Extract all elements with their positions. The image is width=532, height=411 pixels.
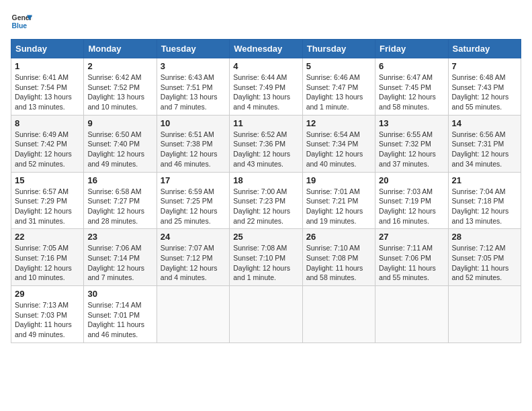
calendar-cell: 8Sunrise: 6:49 AMSunset: 7:42 PMDaylight… xyxy=(11,115,84,172)
svg-text:Blue: Blue xyxy=(12,22,28,30)
day-number: 9 xyxy=(87,118,152,128)
day-number: 13 xyxy=(379,118,444,128)
cell-details: Sunrise: 6:41 AMSunset: 7:54 PMDaylight:… xyxy=(15,73,80,112)
calendar-cell: 29Sunrise: 7:13 AMSunset: 7:03 PMDayligh… xyxy=(11,286,84,343)
cell-details: Sunrise: 7:01 AMSunset: 7:21 PMDaylight:… xyxy=(306,187,371,226)
day-number: 5 xyxy=(306,61,371,71)
cell-details: Sunrise: 7:04 AMSunset: 7:18 PMDaylight:… xyxy=(452,187,517,226)
calendar-cell: 11Sunrise: 6:52 AMSunset: 7:36 PMDayligh… xyxy=(230,115,302,172)
day-number: 15 xyxy=(15,175,80,185)
calendar-cell: 4Sunrise: 6:44 AMSunset: 7:49 PMDaylight… xyxy=(230,58,302,116)
day-number: 27 xyxy=(379,232,444,242)
cell-details: Sunrise: 7:14 AMSunset: 7:01 PMDaylight:… xyxy=(87,300,152,340)
day-number: 23 xyxy=(87,232,152,242)
calendar-cell: 20Sunrise: 7:03 AMSunset: 7:19 PMDayligh… xyxy=(375,172,448,229)
calendar-cell: 13Sunrise: 6:55 AMSunset: 7:32 PMDayligh… xyxy=(375,115,448,172)
day-number: 8 xyxy=(15,118,80,128)
cell-details: Sunrise: 7:07 AMSunset: 7:12 PMDaylight:… xyxy=(161,243,226,283)
cell-details: Sunrise: 6:57 AMSunset: 7:29 PMDaylight:… xyxy=(15,187,80,226)
calendar-cell: 25Sunrise: 7:08 AMSunset: 7:10 PMDayligh… xyxy=(230,229,302,286)
day-number: 28 xyxy=(452,232,517,242)
cell-details: Sunrise: 6:58 AMSunset: 7:27 PMDaylight:… xyxy=(87,187,152,226)
cell-details: Sunrise: 6:50 AMSunset: 7:40 PMDaylight:… xyxy=(87,130,152,169)
calendar-cell: 2Sunrise: 6:42 AMSunset: 7:52 PMDaylight… xyxy=(84,58,157,116)
cell-details: Sunrise: 6:47 AMSunset: 7:45 PMDaylight:… xyxy=(379,73,444,112)
calendar-cell xyxy=(375,286,448,343)
day-number: 7 xyxy=(452,61,517,71)
day-number: 14 xyxy=(452,118,517,128)
calendar-cell: 7Sunrise: 6:48 AMSunset: 7:43 PMDaylight… xyxy=(448,58,521,116)
weekday-header-thursday: Thursday xyxy=(302,40,375,58)
day-number: 22 xyxy=(15,232,80,242)
calendar-cell: 28Sunrise: 7:12 AMSunset: 7:05 PMDayligh… xyxy=(448,229,521,286)
cell-details: Sunrise: 7:00 AMSunset: 7:23 PMDaylight:… xyxy=(233,187,298,226)
cell-details: Sunrise: 6:54 AMSunset: 7:34 PMDaylight:… xyxy=(306,130,371,169)
day-number: 19 xyxy=(306,175,371,185)
day-number: 6 xyxy=(379,61,444,71)
calendar-cell: 23Sunrise: 7:06 AMSunset: 7:14 PMDayligh… xyxy=(84,229,157,286)
day-number: 21 xyxy=(452,175,517,185)
cell-details: Sunrise: 7:06 AMSunset: 7:14 PMDaylight:… xyxy=(87,243,152,283)
day-number: 16 xyxy=(87,175,152,185)
weekday-header-tuesday: Tuesday xyxy=(157,40,229,58)
calendar-cell: 9Sunrise: 6:50 AMSunset: 7:40 PMDaylight… xyxy=(84,115,157,172)
cell-details: Sunrise: 7:11 AMSunset: 7:06 PMDaylight:… xyxy=(379,243,444,283)
cell-details: Sunrise: 6:59 AMSunset: 7:25 PMDaylight:… xyxy=(161,187,226,226)
cell-details: Sunrise: 7:08 AMSunset: 7:10 PMDaylight:… xyxy=(233,243,298,283)
day-number: 24 xyxy=(161,232,226,242)
cell-details: Sunrise: 6:51 AMSunset: 7:38 PMDaylight:… xyxy=(161,130,226,169)
calendar-cell xyxy=(448,286,521,343)
cell-details: Sunrise: 6:56 AMSunset: 7:31 PMDaylight:… xyxy=(452,130,517,169)
cell-details: Sunrise: 7:03 AMSunset: 7:19 PMDaylight:… xyxy=(379,187,444,226)
calendar-cell: 22Sunrise: 7:05 AMSunset: 7:16 PMDayligh… xyxy=(11,229,84,286)
calendar-cell: 30Sunrise: 7:14 AMSunset: 7:01 PMDayligh… xyxy=(84,286,157,343)
cell-details: Sunrise: 6:46 AMSunset: 7:47 PMDaylight:… xyxy=(306,73,371,112)
cell-details: Sunrise: 6:48 AMSunset: 7:43 PMDaylight:… xyxy=(452,73,517,112)
day-number: 3 xyxy=(161,61,226,71)
day-number: 4 xyxy=(233,61,298,71)
calendar-table: SundayMondayTuesdayWednesdayThursdayFrid… xyxy=(11,39,521,343)
day-number: 30 xyxy=(87,289,152,299)
day-number: 11 xyxy=(233,118,298,128)
weekday-header-wednesday: Wednesday xyxy=(230,40,302,58)
cell-details: Sunrise: 6:42 AMSunset: 7:52 PMDaylight:… xyxy=(87,73,152,112)
cell-details: Sunrise: 6:43 AMSunset: 7:51 PMDaylight:… xyxy=(161,73,226,112)
cell-details: Sunrise: 7:12 AMSunset: 7:05 PMDaylight:… xyxy=(452,243,517,283)
calendar-cell: 3Sunrise: 6:43 AMSunset: 7:51 PMDaylight… xyxy=(157,58,229,116)
day-number: 29 xyxy=(15,289,80,299)
cell-details: Sunrise: 7:05 AMSunset: 7:16 PMDaylight:… xyxy=(15,243,80,283)
cell-details: Sunrise: 7:10 AMSunset: 7:08 PMDaylight:… xyxy=(306,243,371,283)
calendar-cell: 10Sunrise: 6:51 AMSunset: 7:38 PMDayligh… xyxy=(157,115,229,172)
cell-details: Sunrise: 6:52 AMSunset: 7:36 PMDaylight:… xyxy=(233,130,298,169)
calendar-cell: 19Sunrise: 7:01 AMSunset: 7:21 PMDayligh… xyxy=(302,172,375,229)
calendar-cell: 27Sunrise: 7:11 AMSunset: 7:06 PMDayligh… xyxy=(375,229,448,286)
day-number: 17 xyxy=(161,175,226,185)
calendar-cell: 12Sunrise: 6:54 AMSunset: 7:34 PMDayligh… xyxy=(302,115,375,172)
calendar-cell: 1Sunrise: 6:41 AMSunset: 7:54 PMDaylight… xyxy=(11,58,84,116)
day-number: 20 xyxy=(379,175,444,185)
day-number: 12 xyxy=(306,118,371,128)
cell-details: Sunrise: 6:49 AMSunset: 7:42 PMDaylight:… xyxy=(15,130,80,169)
day-number: 2 xyxy=(87,61,152,71)
day-number: 1 xyxy=(15,61,80,71)
calendar-cell: 26Sunrise: 7:10 AMSunset: 7:08 PMDayligh… xyxy=(302,229,375,286)
weekday-header-monday: Monday xyxy=(84,40,157,58)
calendar-cell: 6Sunrise: 6:47 AMSunset: 7:45 PMDaylight… xyxy=(375,58,448,116)
cell-details: Sunrise: 6:55 AMSunset: 7:32 PMDaylight:… xyxy=(379,130,444,169)
calendar-cell: 21Sunrise: 7:04 AMSunset: 7:18 PMDayligh… xyxy=(448,172,521,229)
calendar-cell: 15Sunrise: 6:57 AMSunset: 7:29 PMDayligh… xyxy=(11,172,84,229)
logo: General Blue xyxy=(11,11,32,32)
calendar-cell xyxy=(230,286,302,343)
calendar-cell xyxy=(157,286,229,343)
weekday-header-saturday: Saturday xyxy=(448,40,521,58)
day-number: 26 xyxy=(306,232,371,242)
weekday-header-sunday: Sunday xyxy=(11,40,84,58)
calendar-cell: 5Sunrise: 6:46 AMSunset: 7:47 PMDaylight… xyxy=(302,58,375,116)
weekday-header-friday: Friday xyxy=(375,40,448,58)
day-number: 10 xyxy=(161,118,226,128)
day-number: 25 xyxy=(233,232,298,242)
day-number: 18 xyxy=(233,175,298,185)
cell-details: Sunrise: 7:13 AMSunset: 7:03 PMDaylight:… xyxy=(15,300,80,340)
calendar-cell: 17Sunrise: 6:59 AMSunset: 7:25 PMDayligh… xyxy=(157,172,229,229)
calendar-cell: 16Sunrise: 6:58 AMSunset: 7:27 PMDayligh… xyxy=(84,172,157,229)
